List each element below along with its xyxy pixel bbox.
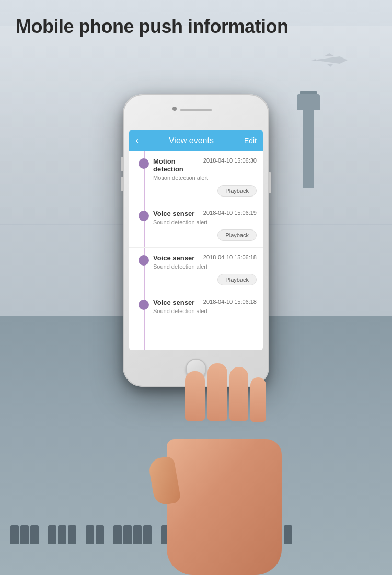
tower-body (303, 105, 314, 188)
event-dot (139, 158, 149, 169)
event-name: Motiondetection (153, 157, 183, 173)
volume-up-button (121, 157, 123, 171)
event-item: Voice senser 2018-04-10 15:06:18 Sound d… (129, 292, 263, 325)
airport-tower (293, 84, 324, 188)
playback-row: Playback (153, 274, 257, 285)
volume-down-button (121, 177, 123, 191)
event-time: 2018-04-10 15:06:30 (203, 157, 257, 164)
event-header: Motiondetection 2018-04-10 15:06:30 (153, 157, 257, 173)
event-description: Sound detection alert (153, 263, 257, 270)
event-time: 2018-04-10 15:06:18 (203, 298, 257, 305)
page-title: Mobile phone push information (16, 16, 288, 38)
speaker-grille (180, 109, 212, 111)
front-camera (172, 107, 177, 111)
event-name: Voice senser (153, 298, 194, 306)
screen-title: View events (139, 136, 244, 145)
event-time: 2018-04-10 15:06:19 (203, 210, 257, 216)
power-button (269, 172, 271, 193)
event-item: Voice senser 2018-04-10 15:06:18 Sound d… (129, 248, 263, 292)
app-header: ‹ View events Edit (129, 130, 263, 151)
events-timeline: Motiondetection 2018-04-10 15:06:30 Moti… (129, 151, 263, 350)
event-dot (139, 211, 149, 221)
event-dot (139, 255, 149, 266)
event-description: Motion detection alert (153, 175, 257, 181)
phone-screen: ‹ View events Edit Motiondetection 2018-… (129, 130, 263, 350)
playback-button[interactable]: Playback (217, 185, 257, 197)
event-header: Voice senser 2018-04-10 15:06:18 (153, 254, 257, 262)
event-header: Voice senser 2018-04-10 15:06:19 (153, 210, 257, 217)
playback-row: Playback (153, 185, 257, 197)
seats-area (0, 491, 392, 544)
event-header: Voice senser 2018-04-10 15:06:18 (153, 298, 257, 306)
playback-button[interactable]: Playback (217, 274, 257, 285)
event-time: 2018-04-10 15:06:18 (203, 254, 257, 260)
event-dot (139, 300, 149, 310)
event-name: Voice senser (153, 210, 194, 217)
event-item: Voice senser 2018-04-10 15:06:19 Sound d… (129, 203, 263, 248)
airplane-silhouette (308, 52, 350, 70)
edit-button[interactable]: Edit (244, 136, 257, 145)
playback-button[interactable]: Playback (217, 229, 257, 241)
phone-mockup: ‹ View events Edit Motiondetection 2018-… (123, 94, 269, 387)
event-description: Sound detection alert (153, 219, 257, 225)
home-button[interactable] (186, 359, 206, 380)
app-screen: ‹ View events Edit Motiondetection 2018-… (129, 130, 263, 350)
event-description: Sound detection alert (153, 308, 257, 314)
playback-row: Playback (153, 229, 257, 241)
event-item: Motiondetection 2018-04-10 15:06:30 Moti… (129, 151, 263, 203)
event-name: Voice senser (153, 254, 194, 262)
